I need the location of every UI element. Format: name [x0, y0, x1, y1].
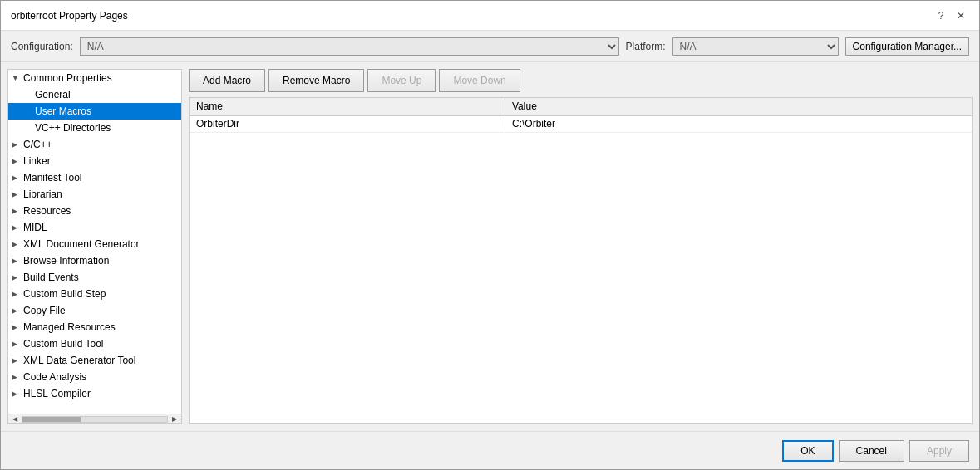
- configuration-manager-button[interactable]: Configuration Manager...: [845, 37, 969, 56]
- collapse-arrow-icon: ▶: [12, 356, 23, 365]
- sidebar-item-code-analysis[interactable]: ▶ Code Analysis: [8, 369, 181, 385]
- collapse-arrow-icon: ▶: [12, 257, 23, 265]
- collapse-arrow-icon: ▶: [12, 340, 23, 348]
- linker-label: Linker: [23, 155, 51, 167]
- collapse-arrow-icon: ▶: [12, 157, 23, 165]
- collapse-arrow-icon: ▶: [12, 373, 23, 381]
- custom-build-tool-label: Custom Build Tool: [23, 338, 104, 350]
- sidebar-item-hlsl-compiler[interactable]: ▶ HLSL Compiler: [8, 385, 181, 402]
- title-bar-controls: ? ✕: [933, 7, 969, 24]
- right-panel: Add Macro Remove Macro Move Up Move Down…: [189, 69, 973, 424]
- sidebar-item-user-macros[interactable]: User Macros: [8, 103, 181, 120]
- sidebar-item-browse-information[interactable]: ▶ Browse Information: [8, 252, 181, 269]
- name-column-header: Name: [190, 98, 505, 115]
- value-column-header: Value: [505, 98, 972, 115]
- collapse-arrow-icon: ▶: [12, 207, 23, 215]
- table-header: Name Value: [190, 98, 972, 116]
- cell-value: C:\Orbiter: [505, 116, 972, 132]
- move-up-button[interactable]: Move Up: [367, 69, 436, 92]
- sidebar-item-midl[interactable]: ▶ MIDL: [8, 219, 181, 236]
- main-content: ▼ Common Properties General User Macros: [1, 62, 979, 431]
- librarian-label: Librarian: [23, 188, 62, 200]
- close-button[interactable]: ✕: [953, 7, 969, 24]
- general-label: General: [35, 89, 71, 100]
- code-analysis-label: Code Analysis: [23, 371, 86, 383]
- xml-data-generator-tool-label: XML Data Generator Tool: [23, 355, 135, 366]
- scroll-thumb: [22, 417, 81, 422]
- sidebar-item-linker[interactable]: ▶ Linker: [8, 153, 181, 169]
- move-down-button[interactable]: Move Down: [439, 69, 520, 92]
- resources-label: Resources: [23, 205, 71, 217]
- collapse-arrow-icon: ▶: [12, 140, 23, 149]
- config-bar: Configuration: N/A Platform: N/A Configu…: [1, 31, 979, 62]
- title-bar: orbiterroot Property Pages ? ✕: [1, 1, 979, 31]
- collapse-arrow-icon: ▶: [12, 290, 23, 298]
- collapse-arrow-icon: ▶: [12, 240, 23, 248]
- sidebar-scroll-area: ▼ Common Properties General User Macros: [8, 70, 181, 414]
- ok-button[interactable]: OK: [782, 440, 833, 462]
- sidebar-item-build-events[interactable]: ▶ Build Events: [8, 269, 181, 286]
- scroll-track: [22, 416, 168, 423]
- cell-name: OrbiterDir: [190, 116, 505, 132]
- add-macro-button[interactable]: Add Macro: [189, 69, 265, 92]
- manifest-tool-label: Manifest Tool: [23, 172, 81, 184]
- configuration-select[interactable]: N/A: [80, 37, 619, 56]
- table-body: OrbiterDir C:\Orbiter: [190, 116, 972, 423]
- apply-button[interactable]: Apply: [909, 440, 969, 462]
- user-macros-label: User Macros: [35, 105, 91, 117]
- collapse-arrow-icon: ▶: [12, 389, 23, 398]
- common-properties-label: Common Properties: [23, 72, 112, 84]
- build-events-label: Build Events: [23, 272, 79, 283]
- collapse-arrow-icon: ▶: [12, 190, 23, 198]
- collapse-arrow-icon: ▶: [12, 306, 23, 315]
- collapse-arrow-icon: ▶: [12, 323, 23, 331]
- scroll-left-button[interactable]: ◀: [10, 414, 20, 424]
- custom-build-step-label: Custom Build Step: [23, 288, 106, 300]
- platform-label: Platform:: [626, 41, 666, 52]
- midl-label: MIDL: [23, 222, 47, 233]
- collapse-arrow-icon: ▶: [12, 174, 23, 182]
- cpp-label: C/C++: [23, 139, 52, 150]
- xml-document-generator-label: XML Document Generator: [23, 238, 140, 250]
- managed-resources-label: Managed Resources: [23, 321, 116, 333]
- scroll-right-button[interactable]: ▶: [170, 414, 180, 424]
- collapse-arrow-icon: ▶: [12, 273, 23, 282]
- sidebar-item-custom-build-tool[interactable]: ▶ Custom Build Tool: [8, 335, 181, 352]
- sidebar: ▼ Common Properties General User Macros: [7, 69, 182, 424]
- expand-arrow-icon: ▼: [12, 74, 23, 82]
- sidebar-item-managed-resources[interactable]: ▶ Managed Resources: [8, 319, 181, 335]
- dialog-title: orbiterroot Property Pages: [11, 10, 128, 22]
- sidebar-item-xml-data-generator-tool[interactable]: ▶ XML Data Generator Tool: [8, 352, 181, 369]
- sidebar-item-manifest-tool[interactable]: ▶ Manifest Tool: [8, 169, 181, 186]
- platform-select[interactable]: N/A: [672, 37, 839, 56]
- table-row[interactable]: OrbiterDir C:\Orbiter: [190, 116, 972, 133]
- remove-macro-button[interactable]: Remove Macro: [268, 69, 364, 92]
- collapse-arrow-icon: ▶: [12, 223, 23, 232]
- vc-directories-label: VC++ Directories: [35, 122, 111, 134]
- help-button[interactable]: ?: [933, 7, 949, 24]
- macro-toolbar: Add Macro Remove Macro Move Up Move Down: [189, 69, 973, 92]
- sidebar-item-cpp[interactable]: ▶ C/C++: [8, 136, 181, 153]
- sidebar-item-general[interactable]: General: [8, 86, 181, 103]
- copy-file-label: Copy File: [23, 305, 66, 316]
- property-pages-dialog: orbiterroot Property Pages ? ✕ Configura…: [0, 0, 980, 470]
- sidebar-item-librarian[interactable]: ▶ Librarian: [8, 186, 181, 203]
- hlsl-compiler-label: HLSL Compiler: [23, 388, 91, 399]
- sidebar-item-custom-build-step[interactable]: ▶ Custom Build Step: [8, 286, 181, 302]
- sidebar-item-resources[interactable]: ▶ Resources: [8, 203, 181, 219]
- cancel-button[interactable]: Cancel: [839, 440, 904, 462]
- sidebar-item-vc-directories[interactable]: VC++ Directories: [8, 120, 181, 136]
- configuration-label: Configuration:: [11, 41, 73, 52]
- sidebar-horizontal-scrollbar[interactable]: ◀ ▶: [8, 414, 181, 423]
- macros-table: Name Value OrbiterDir C:\Orbiter: [189, 97, 973, 424]
- dialog-footer: OK Cancel Apply: [1, 431, 979, 469]
- browse-information-label: Browse Information: [23, 255, 109, 267]
- sidebar-item-common-properties[interactable]: ▼ Common Properties: [8, 70, 181, 86]
- sidebar-item-copy-file[interactable]: ▶ Copy File: [8, 302, 181, 319]
- sidebar-item-xml-document-generator[interactable]: ▶ XML Document Generator: [8, 236, 181, 252]
- title-bar-left: orbiterroot Property Pages: [11, 10, 128, 22]
